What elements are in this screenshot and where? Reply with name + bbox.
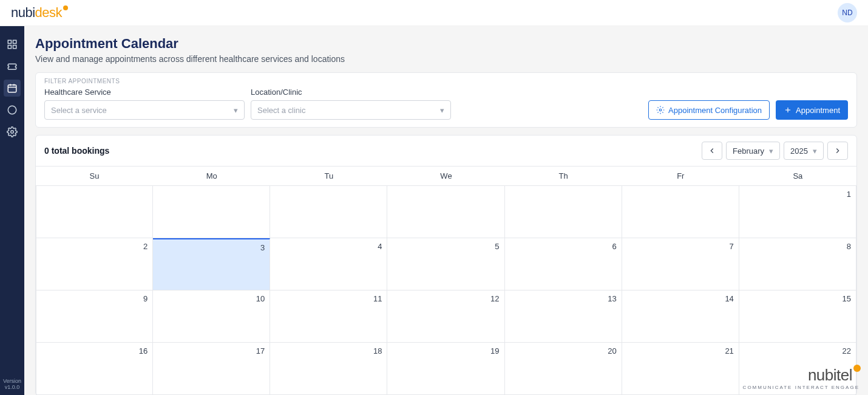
grid-icon bbox=[7, 39, 18, 50]
calendar-cell bbox=[505, 186, 622, 238]
sidebar-item-tickets[interactable] bbox=[4, 58, 21, 75]
svg-rect-1 bbox=[13, 40, 16, 43]
plus-icon bbox=[784, 106, 792, 114]
calendar-icon bbox=[7, 83, 18, 94]
page-subtitle: View and manage appointments across diff… bbox=[35, 54, 857, 64]
calendar-cell[interactable]: 20 bbox=[505, 343, 622, 395]
svg-rect-3 bbox=[13, 46, 16, 49]
chevron-down-icon: ▾ bbox=[769, 146, 773, 156]
clinic-label: Location/Clinic bbox=[251, 88, 451, 97]
calendar-cell[interactable]: 1 bbox=[739, 186, 856, 238]
sidebar: Version v1.0.0 bbox=[0, 26, 24, 395]
service-placeholder: Select a service bbox=[51, 106, 107, 115]
footer-brand: nubitel COMMUNICATE INTERACT ENGAGE bbox=[743, 366, 860, 390]
chevron-down-icon: ▾ bbox=[813, 146, 817, 156]
sidebar-item-dashboard[interactable] bbox=[4, 36, 21, 53]
calendar-day-header: We bbox=[387, 167, 504, 186]
calendar-cell bbox=[622, 186, 739, 238]
svg-rect-4 bbox=[8, 85, 16, 92]
calendar-day-header: Fr bbox=[622, 167, 739, 186]
calendar-cell[interactable]: 19 bbox=[387, 343, 504, 395]
brand-logo: nubidesk bbox=[11, 5, 67, 21]
calendar-cell[interactable]: 5 bbox=[387, 238, 504, 290]
calendar-cell[interactable]: 7 bbox=[622, 238, 739, 290]
main-content: Appointment Calendar View and manage app… bbox=[24, 26, 868, 395]
svg-point-10 bbox=[659, 109, 662, 111]
calendar-cell bbox=[36, 186, 153, 238]
calendar-cell[interactable]: 9 bbox=[36, 290, 153, 343]
calendar-cell[interactable]: 13 bbox=[505, 290, 622, 343]
sidebar-item-settings[interactable] bbox=[4, 123, 21, 140]
service-select[interactable]: Select a service ▾ bbox=[44, 100, 245, 120]
svg-rect-0 bbox=[8, 40, 11, 43]
calendar-card: 0 total bookings February ▾ 2025 ▾ bbox=[35, 135, 857, 395]
new-appointment-button[interactable]: Appointment bbox=[776, 100, 848, 120]
calendar-day-header: Sa bbox=[739, 167, 856, 186]
config-button-label: Appointment Configuration bbox=[668, 106, 762, 115]
calendar-cell bbox=[270, 186, 387, 238]
calendar-cell[interactable]: 21 bbox=[622, 343, 739, 395]
calendar-cell bbox=[153, 186, 270, 238]
calendar-cell[interactable]: 10 bbox=[153, 290, 270, 343]
ticket-icon bbox=[7, 61, 18, 72]
bookings-count: 0 total bookings bbox=[44, 146, 109, 156]
chevron-down-icon: ▾ bbox=[440, 106, 444, 115]
logo-dot-icon bbox=[63, 5, 68, 10]
service-label: Healthcare Service bbox=[44, 88, 245, 97]
month-value: February bbox=[733, 146, 764, 156]
logo-dot-icon bbox=[853, 365, 861, 372]
calendar-cell[interactable]: 11 bbox=[270, 290, 387, 343]
filter-legend: FILTER APPOINTMENTS bbox=[44, 78, 120, 84]
next-month-button[interactable] bbox=[827, 142, 848, 160]
calendar-cell[interactable]: 6 bbox=[505, 238, 622, 290]
chevron-left-icon bbox=[708, 146, 716, 155]
calendar-cell bbox=[387, 186, 504, 238]
calendar-day-header: Su bbox=[36, 167, 153, 186]
calendar-cell[interactable]: 4 bbox=[270, 238, 387, 290]
calendar-day-header: Th bbox=[505, 167, 622, 186]
calendar-cell[interactable]: 12 bbox=[387, 290, 504, 343]
month-select[interactable]: February ▾ bbox=[726, 142, 780, 160]
chevron-down-icon: ▾ bbox=[234, 106, 238, 115]
calendar-day-header: Mo bbox=[153, 167, 270, 186]
circle-icon bbox=[7, 105, 18, 115]
svg-rect-2 bbox=[8, 46, 11, 49]
year-select[interactable]: 2025 ▾ bbox=[784, 142, 824, 160]
prev-month-button[interactable] bbox=[702, 142, 722, 160]
version-label: Version v1.0.0 bbox=[0, 378, 24, 390]
gear-icon bbox=[7, 126, 18, 137]
sidebar-item-loading[interactable] bbox=[4, 101, 21, 118]
calendar-cell[interactable]: 17 bbox=[153, 343, 270, 395]
calendar-day-header: Tu bbox=[270, 167, 387, 186]
calendar-cell[interactable]: 8 bbox=[739, 238, 856, 290]
new-button-label: Appointment bbox=[796, 106, 840, 115]
clinic-select[interactable]: Select a clinic ▾ bbox=[251, 100, 451, 120]
filter-card: FILTER APPOINTMENTS Healthcare Service S… bbox=[35, 72, 857, 128]
chevron-right-icon bbox=[833, 146, 842, 155]
sidebar-item-calendar[interactable] bbox=[4, 80, 21, 97]
svg-point-8 bbox=[8, 106, 16, 114]
calendar-grid: SuMoTuWeThFrSa12345678910111213141516171… bbox=[36, 166, 856, 395]
gear-icon bbox=[656, 106, 665, 114]
calendar-cell[interactable]: 14 bbox=[622, 290, 739, 343]
clinic-placeholder: Select a clinic bbox=[257, 106, 305, 115]
calendar-cell[interactable]: 16 bbox=[36, 343, 153, 395]
svg-point-9 bbox=[11, 131, 14, 134]
appointment-config-button[interactable]: Appointment Configuration bbox=[648, 100, 770, 120]
calendar-cell[interactable]: 3 bbox=[153, 238, 270, 290]
topbar: nubidesk ND bbox=[0, 0, 868, 26]
year-value: 2025 bbox=[790, 146, 808, 156]
calendar-cell[interactable]: 2 bbox=[36, 238, 153, 290]
user-avatar[interactable]: ND bbox=[838, 3, 857, 22]
calendar-cell[interactable]: 18 bbox=[270, 343, 387, 395]
calendar-cell[interactable]: 15 bbox=[739, 290, 856, 343]
page-title: Appointment Calendar bbox=[35, 36, 857, 52]
